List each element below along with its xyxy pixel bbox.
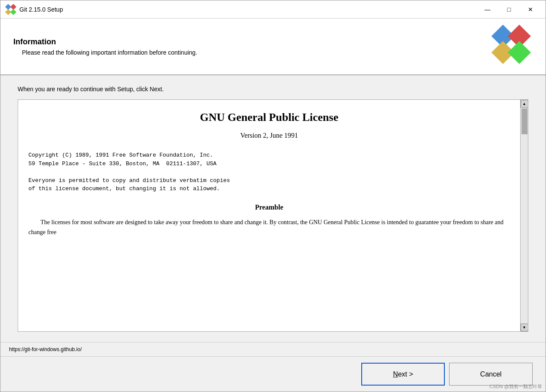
app-icon — [6, 4, 16, 15]
scrollbar[interactable]: ▲ ▼ — [520, 100, 528, 331]
button-bar: Next > Cancel — [0, 356, 546, 392]
license-version: Version 2, June 1991 — [28, 130, 510, 141]
scroll-down-arrow[interactable]: ▼ — [521, 324, 528, 331]
header-title: Information — [13, 37, 494, 46]
main-content: When you are ready to continue with Setu… — [0, 75, 546, 342]
instruction-text: When you are ready to continue with Setu… — [18, 86, 528, 93]
header-logo — [494, 27, 533, 66]
title-bar: Git 2.15.0 Setup — □ ✕ — [0, 0, 546, 19]
preamble-title: Preamble — [28, 202, 510, 213]
next-button[interactable]: Next > — [361, 363, 445, 386]
footer-url: https://git-for-windows.github.io/ — [9, 346, 82, 352]
close-button[interactable]: ✕ — [521, 3, 540, 16]
cancel-button[interactable]: Cancel — [449, 363, 533, 386]
next-button-label: Next > — [393, 370, 413, 378]
header-text: Information Please read the following im… — [13, 37, 494, 56]
maximize-button[interactable]: □ — [499, 3, 519, 16]
license-copyright: Copyright (C) 1989, 1991 Free Software F… — [28, 151, 510, 193]
window-controls: — □ ✕ — [478, 3, 540, 16]
footer-section: https://git-for-windows.github.io/ — [0, 342, 546, 356]
watermark: CSDN @我有一颗五叶草 — [490, 383, 542, 390]
header-subtitle: Please read the following important info… — [22, 49, 494, 56]
setup-window: Git 2.15.0 Setup — □ ✕ Information Pleas… — [0, 0, 546, 392]
preamble-text: The licenses for most software are desig… — [28, 218, 510, 237]
scroll-up-arrow[interactable]: ▲ — [521, 100, 528, 108]
window-title: Git 2.15.0 Setup — [19, 6, 478, 13]
scroll-thumb[interactable] — [521, 108, 527, 134]
minimize-button[interactable]: — — [478, 3, 497, 16]
next-underline-letter: N — [393, 370, 398, 378]
license-container: GNU General Public License Version 2, Ju… — [18, 99, 528, 332]
license-text-area[interactable]: GNU General Public License Version 2, Ju… — [18, 100, 520, 331]
license-title: GNU General Public License — [28, 108, 510, 127]
header-section: Information Please read the following im… — [0, 19, 546, 75]
